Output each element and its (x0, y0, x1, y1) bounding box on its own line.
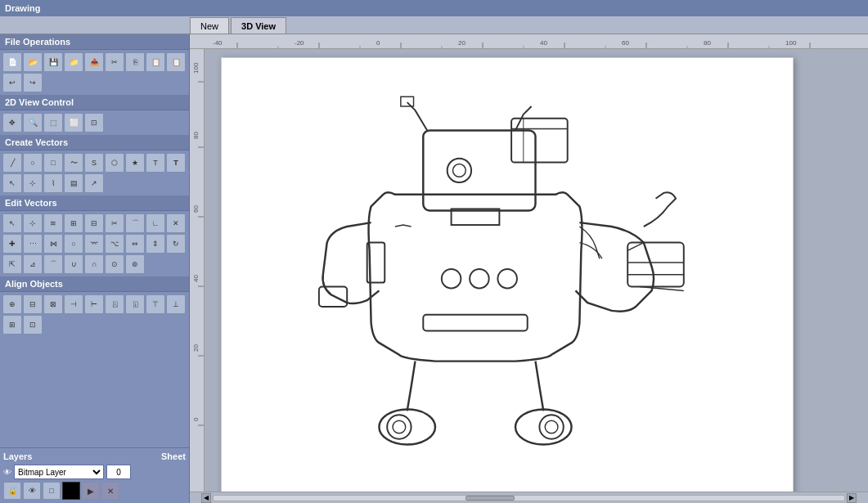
bitmap-text-button[interactable]: ▤ (64, 173, 83, 193)
add-layer-button[interactable]: ▶ (82, 482, 100, 500)
node-select-button[interactable]: ⊹ (23, 213, 43, 233)
draw-s-button[interactable]: S (84, 153, 104, 173)
horizontal-scrollbar[interactable]: ◀ ▶ (190, 492, 868, 503)
remove-layer-button[interactable]: ✕ (101, 482, 119, 500)
layer-select[interactable]: Bitmap Layer (14, 465, 104, 479)
distribute-v-button[interactable]: ⊥ (166, 294, 186, 314)
smooth-button[interactable]: ⌒ (125, 213, 145, 233)
export-button[interactable]: 📤 (84, 52, 104, 72)
text-path-button[interactable]: ⌇ (43, 173, 63, 193)
smart-select-button[interactable]: ≋ (43, 213, 63, 233)
open-button[interactable]: 📂 (23, 52, 43, 72)
sheet-input[interactable] (106, 465, 131, 479)
scissors-button[interactable]: ✂ (105, 213, 124, 233)
break-button[interactable]: ⋯ (23, 234, 43, 254)
draw-wave-button[interactable]: 〜 (64, 153, 83, 173)
align-v-center-button[interactable]: ⊠ (43, 294, 63, 314)
delete-node-button[interactable]: ✕ (166, 213, 186, 233)
svg-point-41 (442, 269, 461, 289)
edit-vectors-tools: ↖ ⊹ ≋ ⊞ ⊟ ✂ ⌒ ∟ ✕ ✚ ⋯ ⋈ ○ ⌤ ⌥ ⇔ ⇕ ↻ ⇱ ⊿ … (0, 211, 189, 276)
draw-poly-button[interactable]: ⬡ (105, 153, 124, 173)
draw-circle-button[interactable]: ○ (23, 153, 43, 173)
section-edit-vectors: Edit Vectors (0, 195, 189, 211)
tab-new[interactable]: New (190, 17, 229, 34)
join-button[interactable]: ⋈ (43, 234, 63, 254)
distribute-h-button[interactable]: ⊤ (146, 294, 165, 314)
group-button[interactable]: ⊞ (64, 213, 83, 233)
ungroup-button[interactable]: ⊟ (84, 213, 104, 233)
zoom-in-button[interactable]: 🔍 (23, 113, 43, 132)
svg-text:0: 0 (376, 39, 380, 47)
zoom-fit-button[interactable]: ⊡ (84, 113, 104, 132)
sidebar-bottom: Layers Sheet 👁 Bitmap Layer 🔒 👁 □ ▶ ✕ (0, 447, 189, 503)
scroll-right-button[interactable]: ▶ (847, 493, 857, 503)
offset-button[interactable]: ⊙ (105, 254, 124, 274)
align-h-center-button[interactable]: ⊟ (23, 294, 43, 314)
mirror-v-button[interactable]: ⇕ (146, 234, 165, 254)
inlay-button[interactable]: ⊚ (125, 254, 145, 274)
align-bottom-button[interactable]: ⍗ (125, 294, 145, 314)
svg-text:-20: -20 (295, 39, 304, 47)
extend-button[interactable]: ⌥ (105, 234, 124, 254)
ruler-left: 100 80 60 40 20 0 (190, 49, 205, 492)
corner-button[interactable]: ∟ (146, 213, 165, 233)
pointer-button[interactable]: ↖ (2, 173, 22, 193)
save-as-button[interactable]: 📁 (64, 52, 83, 72)
draw-line-button[interactable]: ╱ (2, 153, 22, 173)
layer-box-button[interactable]: □ (43, 482, 61, 500)
align-left-button[interactable]: ⊣ (64, 294, 83, 314)
canvas-paper (221, 57, 794, 492)
new-button[interactable]: 📄 (2, 52, 22, 72)
text-button[interactable]: T (146, 153, 165, 173)
draw-star-button[interactable]: ★ (125, 153, 145, 173)
transform-button[interactable]: ↗ (84, 173, 104, 193)
copy-button[interactable]: ⎘ (125, 52, 145, 72)
draw-rect-button[interactable]: □ (43, 153, 63, 173)
scroll-left-button[interactable]: ◀ (201, 493, 211, 503)
align-right-button[interactable]: ⊢ (84, 294, 104, 314)
section-2d-view: 2D View Control (0, 95, 189, 110)
trim-button[interactable]: ⌤ (84, 234, 104, 254)
boolean-union-button[interactable]: ∪ (64, 254, 83, 274)
scroll-track-h[interactable] (213, 495, 845, 501)
redo-button[interactable]: ↪ (23, 73, 43, 92)
create-vectors-tools: ╱ ○ □ 〜 S ⬡ ★ T T ↖ ⊹ ⌇ ▤ ↗ (0, 150, 189, 195)
boolean-intersect-button[interactable]: ∩ (84, 254, 104, 274)
file-operations-tools: 📄 📂 💾 📁 📤 ✂ ⎘ 📋 📋 ↩ ↪ (0, 50, 189, 95)
visible-layer-button[interactable]: 👁 (23, 482, 41, 500)
svg-rect-53 (511, 119, 568, 163)
undo-button[interactable]: ↩ (2, 73, 22, 92)
section-create-vectors: Create Vectors (0, 135, 189, 150)
paste-special-button[interactable]: 📋 (166, 52, 186, 72)
layer-eye-icon[interactable]: 👁 (3, 468, 11, 477)
rotate-button[interactable]: ↻ (166, 234, 186, 254)
align-top-button[interactable]: ⍓ (105, 294, 124, 314)
zoom-select-button[interactable]: ⬜ (64, 113, 83, 132)
zoom-rect-button[interactable]: ⬚ (43, 113, 63, 132)
mirror-h-button[interactable]: ⇔ (125, 234, 145, 254)
paste-button[interactable]: 📋 (146, 52, 165, 72)
align-center-button[interactable]: ⊕ (2, 294, 22, 314)
node-edit-button[interactable]: ⊹ (23, 173, 43, 193)
select-button[interactable]: ↖ (2, 213, 22, 233)
tab-3d-view[interactable]: 3D View (231, 17, 286, 34)
skew-button[interactable]: ⊿ (23, 254, 43, 274)
scroll-thumb-h[interactable] (465, 496, 515, 501)
space-h-button[interactable]: ⊞ (2, 315, 22, 335)
text-bold-button[interactable]: T (166, 153, 186, 173)
space-v-button[interactable]: ⊡ (23, 315, 43, 335)
pan-button[interactable]: ✥ (2, 113, 22, 132)
lock-layer-button[interactable]: 🔒 (3, 482, 21, 500)
scale-button[interactable]: ⇱ (2, 254, 22, 274)
arc-button[interactable]: ⌒ (43, 254, 63, 274)
svg-text:80: 80 (192, 132, 200, 139)
cut-button[interactable]: ✂ (105, 52, 124, 72)
add-node-button[interactable]: ✚ (2, 234, 22, 254)
close-path-button[interactable]: ○ (64, 234, 83, 254)
color-swatch[interactable] (62, 482, 80, 500)
save-button[interactable]: 💾 (43, 52, 63, 72)
title-bar: Drawing (0, 0, 868, 16)
svg-text:40: 40 (540, 39, 547, 47)
svg-text:60: 60 (622, 39, 629, 47)
drawing-canvas[interactable] (205, 49, 868, 492)
